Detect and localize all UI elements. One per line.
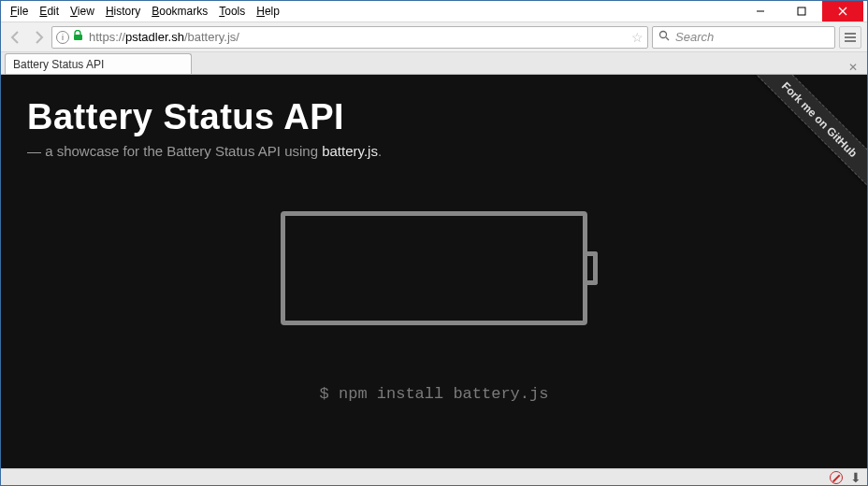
statusbar: ⬇ bbox=[1, 468, 867, 485]
menu-file[interactable]: File bbox=[5, 3, 34, 20]
tab-active[interactable]: Battery Status API bbox=[5, 53, 192, 74]
battery-icon bbox=[281, 211, 587, 325]
minimize-icon bbox=[756, 7, 765, 16]
back-icon bbox=[8, 30, 23, 45]
page-subtitle: — a showcase for the Battery Status API … bbox=[27, 143, 841, 159]
install-command: $ npm install battery.js bbox=[27, 385, 841, 403]
menu-edit[interactable]: Edit bbox=[34, 3, 65, 20]
page-title: Battery Status API bbox=[27, 97, 841, 137]
battery-tip-icon bbox=[587, 251, 598, 285]
back-button[interactable] bbox=[7, 28, 25, 47]
toolbar: i https://pstadler.sh/battery.js/ ☆ Sear… bbox=[1, 21, 867, 52]
maximize-button[interactable] bbox=[781, 1, 822, 21]
svg-point-5 bbox=[660, 32, 667, 38]
forward-button[interactable] bbox=[29, 28, 48, 47]
forward-icon bbox=[31, 30, 46, 45]
tab-title: Battery Status API bbox=[13, 58, 104, 71]
github-ribbon[interactable]: Fork me on GitHub bbox=[736, 75, 867, 206]
search-icon bbox=[658, 30, 670, 44]
maximize-icon bbox=[797, 7, 806, 16]
menu-history[interactable]: History bbox=[100, 3, 146, 20]
menu-help[interactable]: Help bbox=[251, 3, 285, 20]
svg-rect-4 bbox=[74, 35, 82, 40]
window-controls bbox=[740, 1, 863, 21]
page-content: Battery Status API — a showcase for the … bbox=[1, 75, 867, 468]
svg-rect-1 bbox=[798, 7, 805, 15]
menu-button[interactable] bbox=[839, 26, 861, 49]
close-icon bbox=[838, 7, 847, 16]
lock-icon bbox=[73, 30, 83, 44]
download-arrow-icon[interactable]: ⬇ bbox=[850, 470, 861, 485]
menubar: File Edit View History Bookmarks Tools H… bbox=[1, 1, 867, 21]
github-ribbon-label: Fork me on GitHub bbox=[741, 75, 867, 198]
bookmark-star-icon[interactable]: ☆ bbox=[631, 30, 644, 45]
tabstrip-close-icon[interactable]: ✕ bbox=[846, 61, 860, 74]
hamburger-icon bbox=[844, 32, 857, 43]
tabstrip: Battery Status API ✕ bbox=[1, 52, 867, 75]
menu-view[interactable]: View bbox=[65, 3, 100, 20]
noscript-icon[interactable] bbox=[830, 471, 843, 484]
close-button[interactable] bbox=[822, 1, 863, 21]
search-placeholder: Search bbox=[675, 30, 714, 44]
urlbar[interactable]: i https://pstadler.sh/battery.js/ ☆ bbox=[51, 26, 648, 49]
menu-bookmarks[interactable]: Bookmarks bbox=[146, 3, 213, 20]
battery-graphic bbox=[27, 211, 841, 325]
minimize-button[interactable] bbox=[740, 1, 781, 21]
menu-tools[interactable]: Tools bbox=[213, 3, 251, 20]
svg-line-6 bbox=[666, 37, 669, 40]
url-text: https://pstadler.sh/battery.js/ bbox=[89, 30, 631, 44]
site-info-icon[interactable]: i bbox=[56, 31, 69, 44]
search-input[interactable]: Search bbox=[652, 26, 835, 49]
